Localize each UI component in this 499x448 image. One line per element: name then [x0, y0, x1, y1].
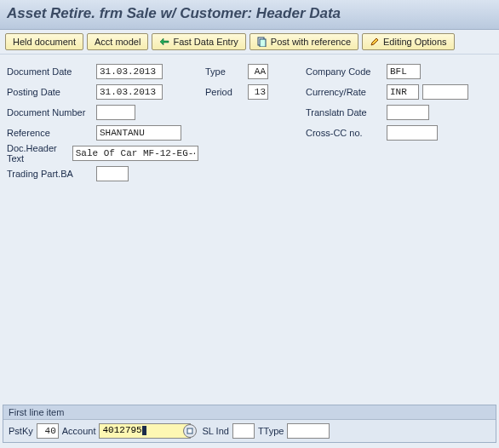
- post-reference-icon: [257, 37, 267, 47]
- account-field[interactable]: 4012795: [99, 423, 191, 439]
- svg-rect-2: [187, 428, 192, 434]
- search-help-icon: [186, 428, 193, 434]
- rate-field[interactable]: [422, 84, 468, 100]
- currency-field[interactable]: [387, 84, 419, 100]
- label-document-date: Document Date: [7, 66, 96, 77]
- period-field[interactable]: [248, 84, 268, 100]
- column-left: Document Date Posting Date Document Numb…: [7, 63, 198, 182]
- posting-date-field[interactable]: [96, 84, 163, 100]
- label-type: Type: [205, 66, 248, 77]
- text-cursor: [142, 426, 146, 435]
- doc-header-text-field[interactable]: [72, 146, 198, 161]
- strip-title: First line item: [3, 405, 496, 420]
- pstky-field[interactable]: [37, 423, 59, 439]
- toolbar: Held document Acct model Fast Data Entry…: [0, 30, 499, 55]
- trading-part-ba-field[interactable]: [96, 166, 129, 181]
- label-period: Period: [205, 87, 248, 97]
- editing-options-button[interactable]: Editing Options: [362, 33, 455, 50]
- title-bar: Asset Retire. frm Sale w/ Customer: Head…: [0, 0, 499, 30]
- label-ttype: TType: [258, 426, 284, 436]
- post-with-reference-button[interactable]: Post with reference: [250, 33, 358, 50]
- label-translatn-date: Translatn Date: [306, 107, 387, 118]
- ttype-field[interactable]: [287, 423, 330, 439]
- company-code-field[interactable]: [387, 64, 421, 79]
- first-line-item-strip: First line item PstKy Account 4012795 SL…: [3, 405, 496, 443]
- document-date-field[interactable]: [96, 64, 163, 79]
- svg-rect-1: [260, 39, 266, 47]
- reference-field[interactable]: [96, 125, 181, 141]
- account-search-help-button[interactable]: [183, 424, 197, 438]
- column-mid: Type Period: [205, 63, 299, 182]
- form-area: Document Date Posting Date Document Numb…: [0, 55, 499, 191]
- translatn-date-field[interactable]: [387, 105, 429, 120]
- label-sl-ind: SL Ind: [202, 426, 228, 436]
- label-trading-part-ba: Trading Part.BA: [7, 169, 96, 179]
- type-field[interactable]: [248, 64, 268, 79]
- label-reference: Reference: [7, 128, 96, 138]
- label-document-number: Document Number: [7, 107, 96, 118]
- acct-model-button[interactable]: Acct model: [87, 33, 148, 50]
- label-doc-header-text: Doc.Header Text: [7, 143, 72, 164]
- pencil-icon: [370, 37, 380, 47]
- column-right: Company Code Currency/Rate Translatn Dat…: [306, 63, 485, 182]
- page-title: Asset Retire. frm Sale w/ Customer: Head…: [7, 5, 492, 22]
- cross-cc-no-field[interactable]: [387, 125, 438, 141]
- fast-data-entry-button[interactable]: Fast Data Entry: [152, 33, 245, 50]
- label-posting-date: Posting Date: [7, 87, 96, 97]
- label-company-code: Company Code: [306, 66, 387, 77]
- label-account: Account: [62, 426, 96, 436]
- label-pstky: PstKy: [9, 426, 33, 436]
- fast-entry-icon: [159, 37, 169, 47]
- sl-ind-field[interactable]: [232, 423, 255, 439]
- document-number-field[interactable]: [96, 105, 135, 120]
- label-currency-rate: Currency/Rate: [306, 87, 387, 97]
- label-cross-cc-no: Cross-CC no.: [306, 128, 387, 138]
- held-document-button[interactable]: Held document: [5, 33, 83, 50]
